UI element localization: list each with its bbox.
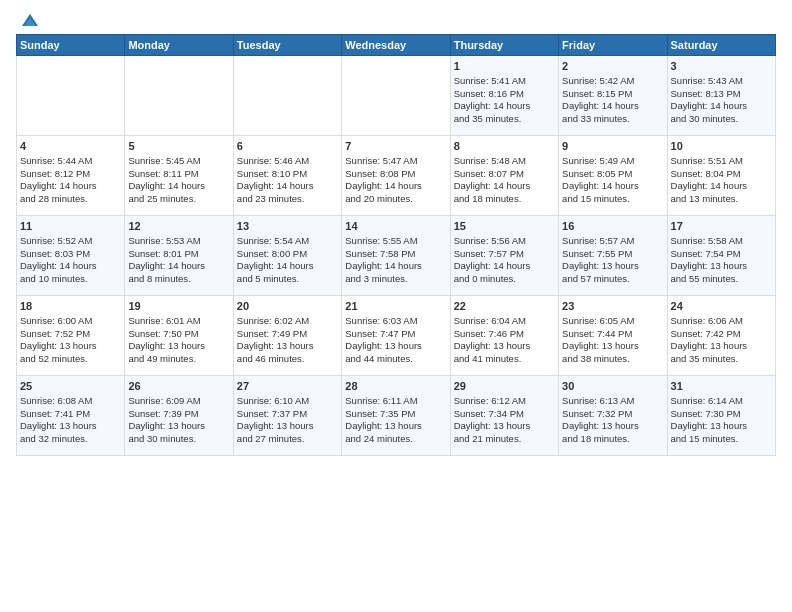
day-info: and 8 minutes. (128, 273, 229, 286)
calendar-week-row: 25Sunrise: 6:08 AMSunset: 7:41 PMDayligh… (17, 376, 776, 456)
day-info: Daylight: 14 hours (454, 180, 555, 193)
day-number: 14 (345, 219, 446, 234)
day-info: and 24 minutes. (345, 433, 446, 446)
header (16, 12, 776, 28)
calendar-cell: 6Sunrise: 5:46 AMSunset: 8:10 PMDaylight… (233, 136, 341, 216)
day-number: 21 (345, 299, 446, 314)
day-info: Daylight: 13 hours (128, 420, 229, 433)
day-number: 12 (128, 219, 229, 234)
day-info: Sunrise: 6:11 AM (345, 395, 446, 408)
day-info: Daylight: 14 hours (562, 100, 663, 113)
logo-icon (20, 12, 40, 32)
day-number: 20 (237, 299, 338, 314)
calendar-cell: 20Sunrise: 6:02 AMSunset: 7:49 PMDayligh… (233, 296, 341, 376)
day-info: Sunset: 8:00 PM (237, 248, 338, 261)
day-info: Daylight: 13 hours (345, 340, 446, 353)
calendar-cell: 5Sunrise: 5:45 AMSunset: 8:11 PMDaylight… (125, 136, 233, 216)
day-info: Sunrise: 5:53 AM (128, 235, 229, 248)
calendar-cell (125, 56, 233, 136)
day-info: Daylight: 14 hours (345, 260, 446, 273)
day-info: Sunrise: 5:42 AM (562, 75, 663, 88)
day-info: Daylight: 13 hours (671, 420, 772, 433)
day-info: Daylight: 14 hours (20, 180, 121, 193)
day-number: 24 (671, 299, 772, 314)
day-info: and 25 minutes. (128, 193, 229, 206)
day-info: Sunrise: 6:14 AM (671, 395, 772, 408)
day-info: Daylight: 14 hours (454, 100, 555, 113)
day-info: and 30 minutes. (671, 113, 772, 126)
day-info: Sunset: 8:05 PM (562, 168, 663, 181)
day-info: and 28 minutes. (20, 193, 121, 206)
day-info: Daylight: 13 hours (128, 340, 229, 353)
day-info: Sunrise: 5:57 AM (562, 235, 663, 248)
day-number: 1 (454, 59, 555, 74)
day-info: Sunrise: 5:45 AM (128, 155, 229, 168)
day-info: Sunset: 8:08 PM (345, 168, 446, 181)
day-info: and 23 minutes. (237, 193, 338, 206)
day-info: Sunrise: 5:58 AM (671, 235, 772, 248)
calendar-cell: 27Sunrise: 6:10 AMSunset: 7:37 PMDayligh… (233, 376, 341, 456)
day-info: Sunset: 7:58 PM (345, 248, 446, 261)
day-info: Sunrise: 5:51 AM (671, 155, 772, 168)
calendar-cell: 23Sunrise: 6:05 AMSunset: 7:44 PMDayligh… (559, 296, 667, 376)
day-info: Sunrise: 5:43 AM (671, 75, 772, 88)
column-header-monday: Monday (125, 35, 233, 56)
day-info: Sunrise: 6:13 AM (562, 395, 663, 408)
day-info: Daylight: 14 hours (128, 260, 229, 273)
day-number: 23 (562, 299, 663, 314)
day-info: Daylight: 14 hours (562, 180, 663, 193)
day-info: Sunset: 7:35 PM (345, 408, 446, 421)
day-info: and 49 minutes. (128, 353, 229, 366)
column-header-thursday: Thursday (450, 35, 558, 56)
day-info: Sunrise: 6:06 AM (671, 315, 772, 328)
calendar-cell: 22Sunrise: 6:04 AMSunset: 7:46 PMDayligh… (450, 296, 558, 376)
calendar-cell: 13Sunrise: 5:54 AMSunset: 8:00 PMDayligh… (233, 216, 341, 296)
calendar-cell: 10Sunrise: 5:51 AMSunset: 8:04 PMDayligh… (667, 136, 775, 216)
day-info: and 10 minutes. (20, 273, 121, 286)
calendar-cell: 12Sunrise: 5:53 AMSunset: 8:01 PMDayligh… (125, 216, 233, 296)
day-number: 18 (20, 299, 121, 314)
day-info: Daylight: 13 hours (454, 420, 555, 433)
day-info: Sunset: 8:12 PM (20, 168, 121, 181)
calendar-header-row: SundayMondayTuesdayWednesdayThursdayFrid… (17, 35, 776, 56)
day-info: Sunrise: 6:00 AM (20, 315, 121, 328)
day-info: Sunrise: 6:12 AM (454, 395, 555, 408)
day-info: Sunset: 7:39 PM (128, 408, 229, 421)
day-number: 13 (237, 219, 338, 234)
day-info: Sunrise: 5:46 AM (237, 155, 338, 168)
day-number: 27 (237, 379, 338, 394)
day-number: 16 (562, 219, 663, 234)
day-info: Sunrise: 5:41 AM (454, 75, 555, 88)
day-info: Daylight: 13 hours (20, 340, 121, 353)
calendar-cell: 14Sunrise: 5:55 AMSunset: 7:58 PMDayligh… (342, 216, 450, 296)
day-info: and 15 minutes. (671, 433, 772, 446)
day-number: 9 (562, 139, 663, 154)
column-header-friday: Friday (559, 35, 667, 56)
calendar-cell (17, 56, 125, 136)
day-info: Sunset: 8:01 PM (128, 248, 229, 261)
calendar-cell: 29Sunrise: 6:12 AMSunset: 7:34 PMDayligh… (450, 376, 558, 456)
day-info: Sunset: 8:16 PM (454, 88, 555, 101)
day-number: 3 (671, 59, 772, 74)
day-number: 22 (454, 299, 555, 314)
day-info: Sunset: 7:47 PM (345, 328, 446, 341)
day-info: Sunrise: 5:49 AM (562, 155, 663, 168)
calendar-cell (342, 56, 450, 136)
day-info: and 21 minutes. (454, 433, 555, 446)
calendar-cell: 28Sunrise: 6:11 AMSunset: 7:35 PMDayligh… (342, 376, 450, 456)
day-number: 31 (671, 379, 772, 394)
calendar-cell: 15Sunrise: 5:56 AMSunset: 7:57 PMDayligh… (450, 216, 558, 296)
day-number: 7 (345, 139, 446, 154)
day-info: Daylight: 13 hours (237, 340, 338, 353)
day-info: and 44 minutes. (345, 353, 446, 366)
calendar-cell: 16Sunrise: 5:57 AMSunset: 7:55 PMDayligh… (559, 216, 667, 296)
day-info: Sunrise: 6:08 AM (20, 395, 121, 408)
column-header-saturday: Saturday (667, 35, 775, 56)
day-info: and 30 minutes. (128, 433, 229, 446)
day-number: 30 (562, 379, 663, 394)
day-info: Daylight: 13 hours (345, 420, 446, 433)
day-info: Sunset: 7:30 PM (671, 408, 772, 421)
calendar-cell: 30Sunrise: 6:13 AMSunset: 7:32 PMDayligh… (559, 376, 667, 456)
day-number: 8 (454, 139, 555, 154)
day-info: Sunset: 8:10 PM (237, 168, 338, 181)
